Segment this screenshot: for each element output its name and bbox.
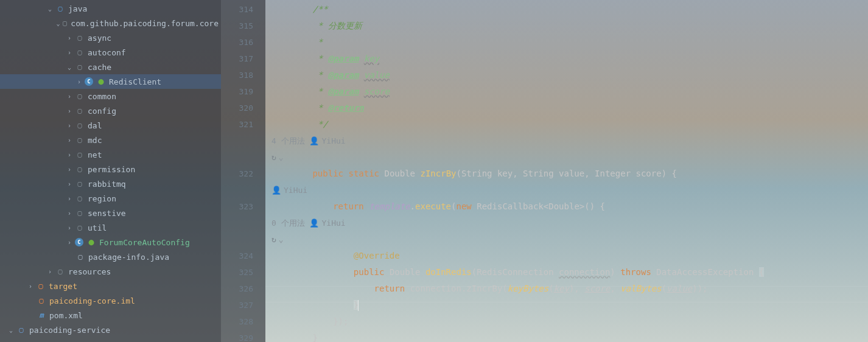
line-number[interactable]: 322 [221,166,265,182]
text-caret [358,300,359,311]
gutter-spacer [221,133,265,166]
line-number[interactable]: 320 [221,100,265,116]
editor-gutter[interactable]: 314 315 316 317 318 319 320 321 322 323 … [221,0,265,342]
folder-icon: ▢ [55,267,65,276]
line-number[interactable]: 324 [221,248,265,264]
tree-file-packageinfo[interactable]: ▢ package-info.java [0,250,221,264]
line-number[interactable]: 318 [221,67,265,83]
author-icon: 👤 [309,133,319,149]
code-line-329[interactable]: } [271,330,868,342]
tree-folder-target[interactable]: › ▢ target [0,279,221,293]
tree-folder-resources[interactable]: › ▢ resources [0,264,221,279]
line-number[interactable]: 316 [221,34,265,51]
tree-folder-autoconf[interactable]: › ▢ autoconf [0,45,221,60]
tree-label: com.github.paicoding.forum.core [71,19,219,28]
tree-label: mdc [88,136,102,145]
tree-label: target [49,282,77,291]
inlay-hint-author[interactable]: 👤YiHui [271,182,868,198]
line-number[interactable]: 321 [221,116,265,133]
code-line-315[interactable]: * 分数更新 [271,18,868,34]
tree-folder-region[interactable]: › ▢ region [0,191,221,206]
code-line-321[interactable]: */ [271,116,868,133]
folder-icon: ▢ [75,47,85,57]
tree-folder-cache[interactable]: ⌄ ▢ cache [0,60,221,74]
inlay-hint-usage[interactable]: 4 个用法 👤YiHui [271,133,868,149]
chevron-right-icon: › [66,35,73,41]
line-number[interactable]: 314 [221,1,265,18]
tree-folder-net[interactable]: › ▢ net [0,147,221,162]
code-line-327[interactable]: } [271,297,868,313]
tree-label: util [88,223,107,232]
tree-folder-util[interactable]: › ▢ util [0,220,221,235]
tree-package[interactable]: ⌄ ▢ com.github.paicoding.forum.core [0,16,221,30]
tree-folder-common[interactable]: › ▢ common [0,89,221,103]
code-line-326[interactable]: return connection.zIncrBy(keyBytes(key),… [271,281,868,297]
tree-folder-senstive[interactable]: › ▢ senstive [0,206,221,220]
line-number[interactable]: 327 [221,297,265,313]
line-number[interactable]: 329 [221,330,265,342]
tree-label: senstive [88,209,126,218]
line-number[interactable]: 317 [221,51,265,67]
folder-icon: ▢ [75,106,85,116]
inlay-hint-override[interactable]: ↻⌄ [271,149,868,166]
folder-icon: ▢ [75,208,85,218]
code-line-323[interactable]: return template.execute(new RedisCallbac… [271,198,868,215]
tree-file-forumcoreautoconfig[interactable]: › C ⬤ ForumCoreAutoConfig [0,235,221,250]
tree-label: ForumCoreAutoConfig [99,238,190,247]
tree-folder-java[interactable]: ⌄ ▢ java [0,1,221,16]
chevron-down-icon: ⌄ [46,5,54,12]
tree-folder-dal[interactable]: › ▢ dal [0,118,221,133]
folder-icon: ▢ [75,135,85,145]
tree-label: config [88,106,116,116]
code-line-319[interactable]: * @param score [271,83,868,100]
code-line-318[interactable]: * @param value [271,67,868,83]
tree-label: resources [68,267,111,276]
folder-icon: ▢ [75,194,85,203]
code-line-314[interactable]: /** [271,1,868,18]
line-number[interactable]: 323 [221,198,265,215]
tree-file-iml[interactable]: ▢ paicoding-core.iml [0,293,221,308]
tree-label: region [88,194,116,203]
chevron-right-icon: › [66,195,73,202]
tree-folder-rabbitmq[interactable]: › ▢ rabbitmq [0,176,221,191]
gutter-spacer [221,182,265,198]
inlay-hint-override[interactable]: ↻⌄ [271,231,868,248]
code-line-320[interactable]: * @return [271,100,868,116]
tree-folder-async[interactable]: › ▢ async [0,30,221,45]
code-line-317[interactable]: * @param key [271,51,868,67]
chevron-right-icon: › [66,181,73,187]
class-icon: C [85,77,93,86]
spring-bean-icon: ⬤ [96,77,106,86]
folder-icon: ▢ [75,223,85,232]
code-editor[interactable]: /** * 分数更新 * * @param key * @param value… [265,0,868,342]
line-number[interactable]: 328 [221,313,265,330]
tree-label: permission [88,165,135,174]
author-icon: 👤 [309,215,319,231]
tree-label: paicoding-service [29,326,110,335]
line-number[interactable]: 315 [221,18,265,34]
tree-label: dal [88,121,102,130]
tree-label: java [68,4,87,13]
chevron-right-icon: › [66,49,73,56]
line-number[interactable]: 319 [221,83,265,100]
line-number[interactable]: 326 [221,281,265,297]
folder-icon: ▢ [36,281,46,291]
tree-folder-mdc[interactable]: › ▢ mdc [0,133,221,147]
tree-label: pom.xml [49,311,83,320]
line-number[interactable]: 325 [221,264,265,281]
inlay-hint-usage[interactable]: 0 个用法 👤YiHui [271,215,868,231]
spring-bean-icon: ⬤ [86,237,96,247]
code-line-316[interactable]: * [271,34,868,51]
tree-file-pom[interactable]: m pom.xml [0,308,221,323]
code-line-322[interactable]: public static Double zIncrBy(String key,… [271,166,868,182]
tree-folder-permission[interactable]: › ▢ permission [0,162,221,176]
project-tree[interactable]: ⌄ ▢ java ⌄ ▢ com.github.paicoding.forum.… [0,0,221,342]
tree-label: rabbitmq [88,180,126,189]
tree-module-service[interactable]: ⌄ ▢ paicoding-service [0,323,221,337]
code-line-324[interactable]: @Override [271,248,868,264]
code-line-328[interactable]: }); [271,313,868,330]
chevron-right-icon: › [66,239,73,246]
tree-folder-config[interactable]: › ▢ config [0,103,221,118]
code-line-325[interactable]: public Double doInRedis(RedisConnection … [271,264,868,281]
tree-file-redisclient[interactable]: › C ⬤ RedisClient [0,74,221,89]
